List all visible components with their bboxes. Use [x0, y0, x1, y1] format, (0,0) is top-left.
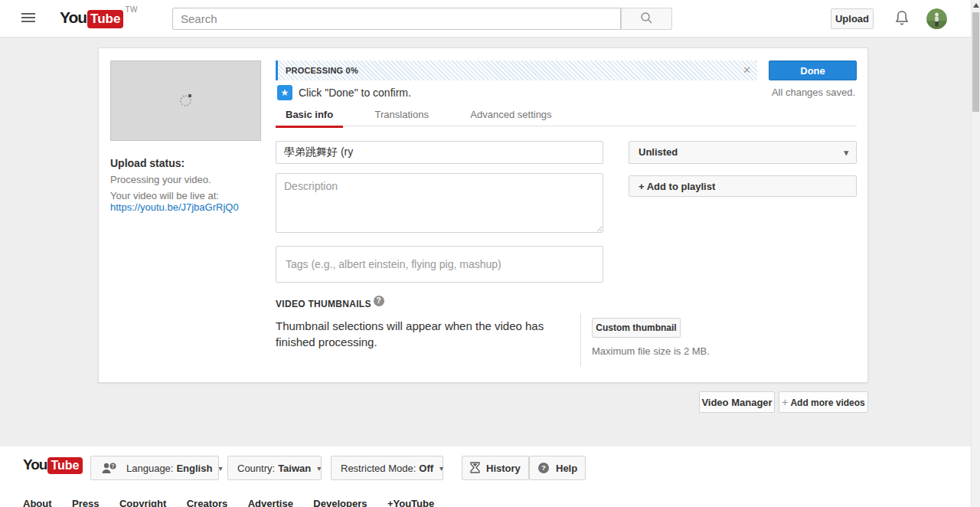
language-dropdown[interactable]: ? Language:English ▾ [90, 456, 219, 480]
plus-icon: + [782, 396, 788, 408]
upload-status-heading: Upload status: [110, 157, 185, 169]
loading-spinner-icon [180, 95, 191, 106]
title-input[interactable] [276, 141, 603, 164]
country-value: Taiwan [278, 463, 311, 474]
footer-link-creators[interactable]: Creators [187, 498, 227, 507]
scrollbar-thumb[interactable] [972, 12, 979, 112]
account-avatar[interactable] [926, 8, 947, 29]
svg-text:?: ? [111, 463, 114, 469]
restricted-mode-dropdown[interactable]: Restricted Mode:Off ▾ [331, 456, 443, 480]
youtube-upload-page: YouTubeTW Upload Upload status: Processi… [0, 0, 980, 507]
scroll-up-arrow-icon[interactable] [973, 3, 979, 8]
menu-icon[interactable] [21, 13, 37, 24]
footer-logo-tube: Tube [47, 457, 82, 474]
star-icon: ★ [277, 85, 292, 100]
page-footer: YouTube ? Language:English ▾ Country:Tai… [0, 446, 980, 507]
footer-link-developers[interactable]: Developers [313, 498, 367, 507]
confirm-message: Click "Done" to confirm. [299, 87, 411, 99]
tab-basic-info[interactable]: Basic info [276, 109, 343, 128]
video-thumbnails-label: VIDEO THUMBNAILS [276, 299, 371, 309]
logo-tube: Tube [87, 10, 123, 28]
thumbnails-message: Thumbnail selections will appear when th… [276, 318, 560, 350]
footer-link-advertise[interactable]: Advertise [248, 498, 293, 507]
search-icon [640, 11, 653, 27]
tab-translations[interactable]: Translations [365, 109, 439, 126]
add-more-videos-button[interactable]: +Add more videos [779, 391, 868, 413]
svg-text:?: ? [541, 463, 546, 472]
footer-link-about[interactable]: About [23, 498, 52, 507]
footer-links: About Press Copyright Creators Advertise… [23, 496, 451, 507]
editor-tabs: Basic info Translations Advanced setting… [276, 107, 857, 126]
help-icon[interactable]: ? [374, 296, 384, 306]
tags-input[interactable] [276, 246, 603, 283]
country-label: Country: [237, 463, 275, 474]
add-to-playlist-button[interactable]: + Add to playlist [629, 175, 857, 197]
autosave-status: All changes saved. [772, 87, 855, 98]
video-thumbnail-placeholder [110, 61, 261, 141]
history-button[interactable]: History [462, 456, 529, 480]
restricted-mode-label: Restricted Mode: [341, 463, 416, 474]
language-value: English [176, 463, 212, 474]
help-circle-icon: ? [537, 462, 550, 474]
chevron-down-icon: ▾ [218, 464, 222, 473]
history-label: History [486, 463, 521, 474]
footer-link-copyright[interactable]: Copyright [119, 498, 166, 507]
logo-region-label: TW [125, 5, 138, 14]
footer-link-plus-youtube[interactable]: +YouTube [387, 498, 434, 507]
max-file-size-note: Maximum file size is 2 MB. [592, 345, 710, 357]
add-more-videos-label: Add more videos [790, 397, 864, 408]
country-dropdown[interactable]: Country:Taiwan ▾ [227, 456, 322, 480]
vertical-scrollbar[interactable] [971, 0, 980, 507]
search-input[interactable] [172, 8, 621, 30]
chevron-down-icon: ▾ [439, 464, 443, 473]
vertical-divider [580, 313, 581, 367]
tab-advanced-settings[interactable]: Advanced settings [460, 109, 561, 126]
video-manager-button[interactable]: Video Manager [699, 391, 775, 413]
youtube-logo[interactable]: YouTubeTW [60, 8, 138, 27]
upload-card: Upload status: Processing your video. Yo… [98, 47, 868, 383]
processing-progress-bar: PROCESSING 0% ✕ [276, 61, 757, 80]
upload-button[interactable]: Upload [831, 8, 874, 29]
video-live-at-label: Your video will be live at: [110, 190, 219, 201]
help-button[interactable]: ? Help [529, 456, 586, 480]
description-textarea[interactable] [276, 173, 603, 233]
top-header: YouTubeTW Upload [0, 0, 980, 38]
restricted-mode-value: Off [419, 463, 433, 474]
description-container [276, 173, 603, 233]
notifications-bell-icon[interactable] [893, 9, 911, 29]
privacy-value: Unlisted [639, 146, 678, 158]
help-label: Help [556, 463, 577, 474]
person-question-icon: ? [100, 462, 120, 475]
footer-logo-you: You [23, 456, 47, 473]
upload-status-line: Processing your video. [110, 174, 211, 185]
hourglass-icon [470, 462, 480, 474]
chevron-down-icon: ▾ [317, 464, 321, 473]
privacy-dropdown[interactable]: Unlisted ▾ [629, 141, 857, 164]
language-label: Language: [126, 463, 173, 474]
video-thumbnails-heading: VIDEO THUMBNAILS? [276, 299, 384, 309]
chevron-down-icon: ▾ [844, 142, 848, 163]
video-url-link[interactable]: https://youtu.be/J7jbaGrRjQ0 [110, 201, 239, 213]
custom-thumbnail-button[interactable]: Custom thumbnail [592, 318, 681, 338]
close-icon[interactable]: ✕ [743, 64, 751, 76]
footer-link-press[interactable]: Press [72, 498, 99, 507]
processing-label: PROCESSING 0% [286, 66, 358, 75]
done-button[interactable]: Done [769, 61, 857, 80]
search-button[interactable] [621, 8, 672, 30]
logo-you: You [60, 8, 87, 26]
footer-youtube-logo[interactable]: YouTube [23, 456, 83, 473]
